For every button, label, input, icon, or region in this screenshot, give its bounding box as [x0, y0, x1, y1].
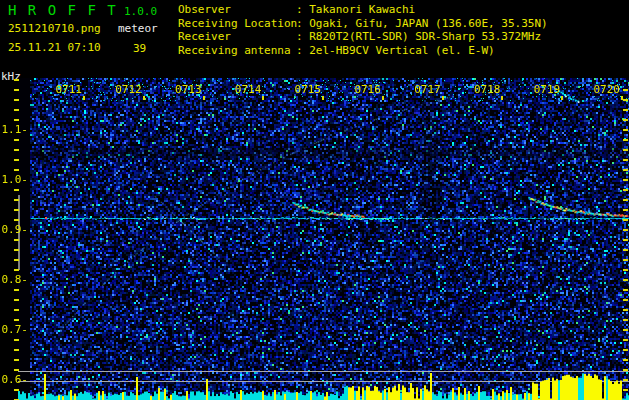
time-tick-label: 0713 — [172, 84, 202, 96]
time-tick-label: 0719 — [530, 84, 560, 96]
freq-minor-tick — [14, 309, 19, 311]
freq-tick-label: 0.6- — [0, 374, 28, 386]
info-value: 2el-HB9CV Vertical (el. E-W) — [309, 44, 494, 58]
info-label: Receiving Location — [178, 17, 296, 31]
freq-right-tick — [623, 179, 628, 181]
freq-minor-tick — [14, 239, 19, 241]
app-title: H R O F F T — [8, 4, 117, 17]
freq-minor-tick — [14, 249, 19, 251]
freq-tick-label: 1.0- — [0, 174, 28, 186]
time-tick-mark — [143, 96, 145, 100]
freq-right-tick — [623, 359, 628, 361]
freq-minor-tick — [14, 199, 19, 201]
time-tick-label: 0717 — [411, 84, 441, 96]
freq-right-tick — [623, 109, 628, 111]
freq-minor-tick — [14, 189, 19, 191]
info-row-receiver: Receiver: R820T2(RTL-SDR) SDR-Sharp 53.3… — [178, 30, 548, 44]
freq-minor-tick — [14, 109, 19, 111]
freq-minor-tick — [14, 119, 19, 121]
freq-right-tick — [623, 119, 628, 121]
freq-minor-tick — [14, 209, 19, 211]
freq-right-tick — [623, 149, 628, 151]
mode-label: meteor — [118, 23, 158, 35]
freq-right-tick — [623, 219, 628, 221]
freq-tick-label: 0.8- — [0, 274, 28, 286]
info-value: Ogaki, Gifu, JAPAN (136.60E, 35.35N) — [309, 17, 547, 31]
info-label: Observer — [178, 3, 296, 17]
freq-minor-tick — [14, 359, 19, 361]
info-row-observer: Observer: Takanori Kawachi — [178, 3, 548, 17]
time-tick-mark — [203, 96, 205, 100]
time-tick-label: 0715 — [291, 84, 321, 96]
freq-minor-tick — [14, 269, 19, 271]
info-separator: : — [296, 17, 309, 31]
info-separator: : — [296, 44, 309, 58]
info-separator: : — [296, 3, 309, 17]
info-row-antenna: Receiving antenna: 2el-HB9CV Vertical (e… — [178, 44, 548, 58]
freq-tick-label: 0.9- — [0, 224, 28, 236]
freq-right-tick — [623, 319, 628, 321]
freq-right-tick — [623, 389, 628, 391]
freq-minor-tick — [14, 159, 19, 161]
info-row-location: Receiving Location: Ogaki, Gifu, JAPAN (… — [178, 17, 548, 31]
freq-right-tick — [623, 269, 628, 271]
freq-right-tick — [623, 199, 628, 201]
freq-right-tick — [623, 169, 628, 171]
freq-minor-tick — [14, 89, 19, 91]
time-tick-mark — [442, 96, 444, 100]
freq-right-tick — [623, 369, 628, 371]
freq-right-tick — [623, 329, 628, 331]
freq-right-tick — [623, 279, 628, 281]
freq-right-tick — [623, 339, 628, 341]
info-value: R820T2(RTL-SDR) SDR-Sharp 53.372MHz — [309, 30, 541, 44]
freq-right-tick — [623, 309, 628, 311]
freq-right-tick — [623, 249, 628, 251]
freq-minor-tick — [14, 319, 19, 321]
time-tick-mark — [382, 96, 384, 100]
freq-minor-tick — [14, 339, 19, 341]
freq-tick-label: 0.7- — [0, 324, 28, 336]
freq-minor-tick — [14, 289, 19, 291]
freq-minor-tick — [14, 99, 19, 101]
freq-right-tick — [623, 239, 628, 241]
freq-right-tick — [623, 209, 628, 211]
freq-right-tick — [623, 379, 628, 381]
freq-minor-tick — [14, 169, 19, 171]
freq-right-tick — [623, 189, 628, 191]
freq-right-tick — [623, 89, 628, 91]
timestamp: 25.11.21 07:10 — [8, 42, 101, 54]
freq-minor-tick — [14, 259, 19, 261]
station-info: Observer: Takanori Kawachi Receiving Loc… — [178, 3, 548, 58]
time-tick-label: 0711 — [52, 84, 82, 96]
freq-minor-tick — [14, 219, 19, 221]
freq-minor-tick — [14, 79, 19, 81]
time-tick-label: 0712 — [112, 84, 142, 96]
time-tick-mark — [501, 96, 503, 100]
output-filename: 2511210710.png — [8, 23, 101, 35]
freq-minor-tick — [14, 299, 19, 301]
freq-right-tick — [623, 229, 628, 231]
time-tick-label: 0716 — [351, 84, 381, 96]
time-tick-label: 0718 — [470, 84, 500, 96]
info-label: Receiving antenna — [178, 44, 296, 58]
app-version: 1.0.0 — [124, 6, 157, 18]
time-tick-mark — [83, 96, 85, 100]
time-tick-mark — [561, 96, 563, 100]
freq-right-tick — [623, 159, 628, 161]
freq-right-tick — [623, 259, 628, 261]
freq-right-tick — [623, 299, 628, 301]
spectrogram-canvas — [18, 78, 629, 400]
freq-minor-tick — [14, 139, 19, 141]
freq-right-tick — [623, 139, 628, 141]
time-tick-label: 0720 — [590, 84, 620, 96]
info-separator: : — [296, 30, 309, 44]
time-tick-label: 0714 — [231, 84, 261, 96]
info-label: Receiver — [178, 30, 296, 44]
freq-tick-label: 1.1- — [0, 124, 28, 136]
time-tick-mark — [322, 96, 324, 100]
freq-minor-tick — [14, 389, 19, 391]
freq-right-tick — [623, 349, 628, 351]
freq-right-tick — [623, 129, 628, 131]
echo-count: 39 — [133, 43, 146, 55]
freq-minor-tick — [14, 349, 19, 351]
